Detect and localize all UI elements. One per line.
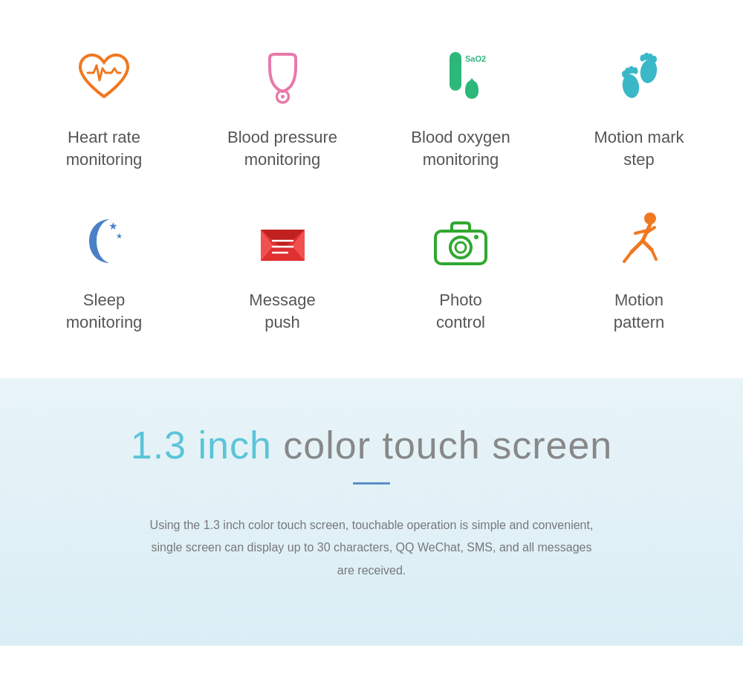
feature-photo: Photocontrol <box>372 192 550 355</box>
heart-rate-label: Heart ratemonitoring <box>66 126 143 170</box>
feature-heart-rate: Heart ratemonitoring <box>15 30 193 192</box>
feature-blood-pressure: Blood pressuremonitoring <box>193 30 372 192</box>
blood-oxygen-icon-wrapper: SaO2 <box>427 45 494 111</box>
blood-oxygen-label: Blood oxygenmonitoring <box>411 126 510 170</box>
feature-sleep: ★ ★ Sleepmonitoring <box>15 192 193 355</box>
camera-icon <box>431 215 490 267</box>
features-section: Heart ratemonitoring <box>0 0 743 378</box>
svg-text:SaO2: SaO2 <box>465 54 486 63</box>
svg-point-3 <box>281 94 285 98</box>
blood-pressure-icon-wrapper <box>249 45 316 111</box>
svg-point-24 <box>450 237 471 258</box>
svg-text:★: ★ <box>108 220 118 232</box>
features-grid: Heart ratemonitoring <box>15 30 728 356</box>
blood-oxygen-icon: SaO2 <box>435 48 487 108</box>
screen-title-highlight: 1.3 inch <box>131 424 272 467</box>
feature-blood-oxygen: SaO2 Blood oxygenmonitoring <box>372 30 550 192</box>
feature-motion-pattern: Motionpattern <box>550 192 728 355</box>
motion-pattern-label: Motionpattern <box>614 289 665 333</box>
running-icon <box>613 211 665 270</box>
heart-rate-icon <box>74 52 134 104</box>
svg-line-34 <box>652 250 656 259</box>
footprint-icon-wrapper <box>606 45 672 111</box>
svg-point-13 <box>638 58 658 84</box>
sleep-icon-wrapper: ★ ★ <box>71 207 137 274</box>
sleep-label: Sleepmonitoring <box>66 289 143 333</box>
svg-line-32 <box>624 252 632 262</box>
message-icon <box>255 215 311 267</box>
blood-pressure-icon <box>255 51 311 106</box>
screen-description: Using the 1.3 inch color touch screen, t… <box>89 514 654 582</box>
svg-point-26 <box>474 235 478 239</box>
feature-message: Messagepush <box>193 192 372 355</box>
screen-title-rest: color touch screen <box>272 424 612 467</box>
footprint-icon <box>611 51 667 106</box>
blood-pressure-label: Blood pressuremonitoring <box>227 126 337 170</box>
motion-step-label: Motion markstep <box>594 126 684 170</box>
svg-rect-4 <box>450 52 461 91</box>
svg-line-31 <box>632 241 643 252</box>
feature-motion-step: Motion markstep <box>550 30 728 192</box>
heart-rate-icon-wrapper <box>71 45 137 111</box>
photo-label: Photocontrol <box>436 289 485 333</box>
running-icon-wrapper <box>606 207 672 274</box>
screen-section: 1.3 inch color touch screen Using the 1.… <box>0 378 743 646</box>
screen-title: 1.3 inch color touch screen <box>30 423 713 467</box>
sleep-icon: ★ ★ <box>74 213 134 269</box>
message-label: Messagepush <box>249 289 315 333</box>
svg-line-33 <box>643 241 652 250</box>
camera-icon-wrapper <box>427 207 494 274</box>
title-divider <box>353 482 390 485</box>
svg-text:★: ★ <box>116 232 123 240</box>
svg-point-25 <box>455 242 466 253</box>
message-icon-wrapper <box>249 207 316 274</box>
